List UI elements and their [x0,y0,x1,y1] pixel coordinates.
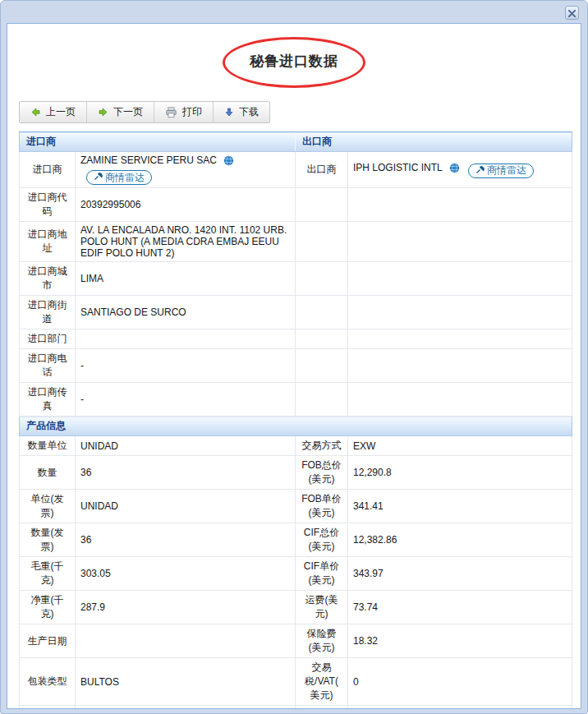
row-value [348,222,572,262]
row-value: IPH LOGISTIC INTL 商情雷达 [348,152,572,188]
row-label [296,329,348,349]
table-row: 包装类型 BULTOS 交易税/VAT(美元) 0 [20,658,572,706]
row-value [348,383,572,417]
title-area: 秘鲁进口数据 [7,35,581,98]
row-label: 进口商 [20,152,76,188]
row-value [348,296,572,329]
next-page-label: 下一页 [113,105,143,119]
row-label: 交易方式 [296,436,348,456]
row-label: 进口商传真 [20,383,76,417]
radar-button[interactable]: 商情雷达 [86,170,152,185]
globe-icon[interactable] [223,155,234,168]
row-value: 303.05 [76,557,296,591]
trade-data-table: 进口商 出口商 进口商 ZAMINE SERVICE PERU SAC 商情雷达… [19,131,572,709]
prev-page-button[interactable]: 上一页 [20,102,86,122]
next-page-button[interactable]: 下一页 [86,102,154,122]
row-label: CIF总价(美元) [296,523,348,557]
radar-icon [475,165,485,177]
table-row: 单位(发票) UNIDAD FOB单价(美元) 341.41 [20,490,572,523]
row-value [348,188,572,222]
row-value [348,329,572,349]
row-label [296,349,348,383]
row-label: 保险费(美元) [296,624,348,658]
section-header-row: 产品信息 [20,417,572,436]
print-button[interactable]: 打印 [154,102,213,122]
row-value: 12,290.8 [348,456,572,490]
table-row: 生产日期 保险费(美元) 18.32 [20,624,572,658]
importer-name: ZAMINE SERVICE PERU SAC [80,154,217,166]
download-arrow-icon [224,107,234,117]
row-value [76,624,296,658]
row-value: AV. LA ENCALADA NRO. 1420 INT. 1102 URB.… [76,222,296,262]
table-row: 数量 36 FOB总价(美元) 12,290.8 [20,456,572,490]
row-value: ZAMINE SERVICE PERU SAC 商情雷达 [76,152,296,188]
exporter-name: IPH LOGISTIC INTL [353,162,442,173]
row-value: BULTOS [76,658,296,706]
table-row: 进口商城市 LIMA [20,262,572,296]
data-detail-window: 秘鲁进口数据 上一页 下一页 [0,0,588,714]
row-value: 73.74 [348,591,572,624]
close-button[interactable] [565,6,579,20]
row-value: - [76,383,296,417]
section-header-row: 进口商 出口商 [20,132,572,152]
radar-button-label: 商情雷达 [105,171,145,185]
row-value: EXW [348,436,572,456]
table-row: 数量单位 UNIDAD 交易方式 EXW [20,436,572,456]
section-header-importer: 进口商 [20,132,296,152]
section-header-exporter: 出口商 [296,132,572,152]
row-value: 36 [76,456,296,490]
row-value: 343.97 [348,557,572,591]
prev-page-label: 上一页 [46,105,76,119]
table-row: 进口部门 [20,329,572,349]
row-value: UNIDAD [76,436,296,456]
row-label: 数量 [20,456,76,490]
row-value: 12,382.86 [348,523,572,557]
table-row: 进口商 ZAMINE SERVICE PERU SAC 商情雷达 出口商 IPH… [20,152,572,188]
row-value [348,262,572,296]
row-value: 20392995006 [76,188,296,222]
table-row: 毛重(千克) 303.05 CIF单价(美元) 343.97 [20,557,572,591]
close-icon [568,6,576,21]
table-row: 数量(发票) 36 CIF总价(美元) 12,382.86 [20,523,572,557]
row-value: 18.32 [348,624,572,658]
download-button[interactable]: 下载 [213,102,269,122]
row-label: 进口商地址 [20,222,76,262]
row-label: 生产日期 [20,624,76,658]
row-value [348,349,572,383]
arrow-left-icon [30,107,41,117]
download-label: 下载 [239,105,259,119]
row-label: 进口商电话 [20,349,76,383]
row-value: SANTIAGO DE SURCO [76,296,296,329]
row-label: CIF单价(美元) [296,557,348,591]
row-label [296,383,348,417]
radar-button[interactable]: 商情雷达 [468,164,534,178]
table-row: 进口商电话 - [20,349,572,383]
row-value: 287.9 [76,591,296,624]
row-value [76,329,296,349]
window-titlebar [1,1,587,23]
radar-button-label: 商情雷达 [487,164,526,177]
row-value: 36 [76,523,296,557]
row-value: LIMA [76,262,296,296]
row-label: 数量(发票) [20,523,76,557]
row-label: 运费(美元) [296,591,348,624]
row-value: 0 [348,658,572,706]
table-row: 进口商传真 - [20,383,572,417]
page-title: 秘鲁进口数据 [7,35,581,86]
row-value: 341.41 [348,490,572,523]
globe-icon[interactable] [449,163,460,176]
table-row: 进口商代码 20392995006 [20,188,572,222]
row-label: 数量单位 [20,436,76,456]
row-value: 1,981.26 [348,706,572,710]
printer-icon [165,107,177,118]
row-label [296,296,348,329]
row-value: UNIDAD [76,490,296,523]
row-label: FOB总价(美元) [296,456,348,490]
table-row: 净重(千克) 287.9 运费(美元) 73.74 [20,591,572,624]
radar-icon [94,172,103,183]
window-body: 秘鲁进口数据 上一页 下一页 [7,23,581,709]
row-label: 进口商城市 [20,262,76,296]
toolbar: 上一页 下一页 打印 [19,101,270,123]
table-row: 进口商地址 AV. LA ENCALADA NRO. 1420 INT. 110… [20,222,572,262]
row-label: 地税(美元) [296,706,348,710]
